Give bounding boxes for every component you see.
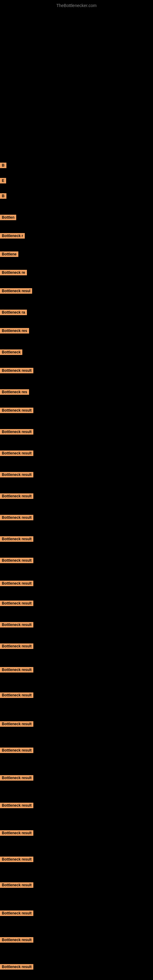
bottleneck-result-22[interactable]: Bottleneck result <box>0 580 33 586</box>
bottleneck-result-17[interactable]: Bottleneck result <box>0 472 33 477</box>
bottleneck-label-14: Bottleneck result <box>0 407 33 413</box>
bottleneck-label-8: Bottleneck resul <box>0 288 32 294</box>
bottleneck-label-29: Bottleneck result <box>0 748 33 753</box>
bottleneck-result-12[interactable]: Bottleneck result <box>0 368 33 373</box>
bottleneck-result-24[interactable]: Bottleneck result <box>0 622 33 627</box>
bottleneck-result-25[interactable]: Bottleneck result <box>0 643 33 649</box>
bottleneck-result-28[interactable]: Bottleneck result <box>0 721 33 727</box>
bottleneck-label-18: Bottleneck result <box>0 493 33 499</box>
bottleneck-result-31[interactable]: Bottleneck result <box>0 802 33 808</box>
bottleneck-label-35: Bottleneck result <box>0 910 33 916</box>
bottleneck-label-5: Bottleneck r <box>0 233 25 239</box>
bottleneck-result-15[interactable]: Bottleneck result <box>0 429 33 434</box>
bottleneck-result-11[interactable]: Bottleneck <box>0 349 22 355</box>
bottleneck-label-32: Bottleneck result <box>0 830 33 836</box>
bottleneck-result-13[interactable]: Bottleneck res <box>0 389 29 395</box>
bottleneck-label-10: Bottleneck res <box>0 328 29 334</box>
page-container: TheBottlenecker.com BEBBottlenBottleneck… <box>0 0 153 980</box>
bottleneck-label-31: Bottleneck result <box>0 803 33 808</box>
bottleneck-label-20: Bottleneck result <box>0 536 33 542</box>
bottleneck-result-33[interactable]: Bottleneck result <box>0 856 33 862</box>
bottleneck-result-4[interactable]: Bottlen <box>0 215 16 220</box>
bottleneck-label-36: Bottleneck result <box>0 937 33 943</box>
bottleneck-label-4: Bottlen <box>0 215 16 220</box>
bottleneck-label-30: Bottleneck result <box>0 775 33 781</box>
bottleneck-result-16[interactable]: Bottleneck result <box>0 450 33 456</box>
bottleneck-result-21[interactable]: Bottleneck result <box>0 557 33 563</box>
bottleneck-label-11: Bottleneck <box>0 350 22 355</box>
bottleneck-result-6[interactable]: Bottlene <box>0 251 18 257</box>
bottleneck-result-18[interactable]: Bottleneck result <box>0 493 33 499</box>
bottleneck-result-10[interactable]: Bottleneck res <box>0 328 29 334</box>
bottleneck-result-27[interactable]: Bottleneck result <box>0 692 33 698</box>
bottleneck-label-21: Bottleneck result <box>0 558 33 563</box>
bottleneck-result-2[interactable]: E <box>0 178 6 183</box>
bottleneck-result-32[interactable]: Bottleneck result <box>0 830 33 836</box>
bottleneck-label-33: Bottleneck result <box>0 857 33 862</box>
bottleneck-result-9[interactable]: Bottleneck ra <box>0 309 27 315</box>
bottleneck-result-29[interactable]: Bottleneck result <box>0 747 33 753</box>
bottleneck-label-23: Bottleneck result <box>0 601 33 606</box>
bottleneck-label-37: Bottleneck result <box>0 964 33 970</box>
bottleneck-result-19[interactable]: Bottleneck result <box>0 514 33 520</box>
bottleneck-label-15: Bottleneck result <box>0 429 33 434</box>
bottleneck-label-17: Bottleneck result <box>0 472 33 477</box>
bottleneck-label-25: Bottleneck result <box>0 643 33 649</box>
bottleneck-label-2: E <box>0 178 6 183</box>
bottleneck-result-35[interactable]: Bottleneck result <box>0 910 33 916</box>
bottleneck-label-7: Bottleneck re <box>0 270 27 275</box>
bottleneck-result-14[interactable]: Bottleneck result <box>0 407 33 413</box>
bottleneck-result-7[interactable]: Bottleneck re <box>0 269 27 275</box>
bottleneck-label-34: Bottleneck result <box>0 882 33 888</box>
bottleneck-result-34[interactable]: Bottleneck result <box>0 882 33 888</box>
bottleneck-label-13: Bottleneck res <box>0 389 29 395</box>
bottleneck-result-8[interactable]: Bottleneck resul <box>0 288 32 294</box>
bottleneck-result-20[interactable]: Bottleneck result <box>0 536 33 542</box>
bottleneck-result-5[interactable]: Bottleneck r <box>0 233 25 239</box>
bottleneck-label-24: Bottleneck result <box>0 622 33 627</box>
bottleneck-result-26[interactable]: Bottleneck result <box>0 667 33 673</box>
bottleneck-label-3: B <box>0 193 6 199</box>
bottleneck-result-3[interactable]: B <box>0 193 6 199</box>
bottleneck-label-19: Bottleneck result <box>0 515 33 520</box>
bottleneck-result-23[interactable]: Bottleneck result <box>0 600 33 606</box>
site-title: TheBottlenecker.com <box>0 0 153 11</box>
bottleneck-label-26: Bottleneck result <box>0 667 33 673</box>
bottleneck-result-30[interactable]: Bottleneck result <box>0 775 33 781</box>
bottleneck-label-28: Bottleneck result <box>0 721 33 727</box>
bottleneck-label-1: B <box>0 162 6 168</box>
bottleneck-label-6: Bottlene <box>0 251 18 257</box>
bottleneck-label-16: Bottleneck result <box>0 450 33 456</box>
bottleneck-label-27: Bottleneck result <box>0 692 33 698</box>
bottleneck-result-37[interactable]: Bottleneck result <box>0 964 33 970</box>
bottleneck-result-36[interactable]: Bottleneck result <box>0 937 33 943</box>
bottleneck-label-22: Bottleneck result <box>0 581 33 586</box>
bottleneck-label-12: Bottleneck result <box>0 368 33 373</box>
bottleneck-label-9: Bottleneck ra <box>0 310 27 315</box>
bottleneck-result-1[interactable]: B <box>0 162 6 168</box>
